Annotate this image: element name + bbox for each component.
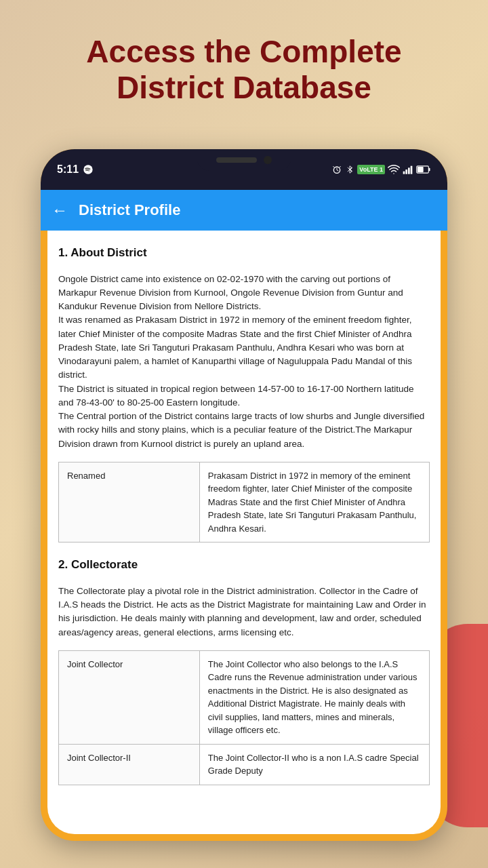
notch — [197, 149, 291, 171]
back-button[interactable]: ← — [52, 201, 68, 220]
phone-frame: 5:11 VoLTE 1 ← District Profile 1. About… — [41, 149, 447, 841]
bluetooth-icon — [345, 165, 354, 174]
spotify-icon — [83, 164, 94, 175]
svg-rect-4 — [408, 167, 410, 174]
about-table: Renamed Prakasam District in 1972 in mem… — [58, 462, 430, 543]
table-row: Renamed Prakasam District in 1972 in mem… — [59, 462, 430, 542]
time: 5:11 — [57, 163, 79, 176]
wifi-icon — [388, 164, 400, 175]
section-collectorate: 2. Collectorate The Collectorate play a … — [58, 556, 430, 785]
battery-icon — [416, 165, 431, 174]
collectorate-table: Joint Collector The Joint Collector who … — [58, 650, 430, 785]
table-cell-label: Joint Collector — [59, 650, 200, 744]
screen-content[interactable]: 1. About District Ongole District came i… — [47, 231, 441, 834]
status-right: VoLTE 1 — [331, 164, 431, 175]
section-about-heading: 1. About District — [58, 244, 430, 262]
status-bar: 5:11 VoLTE 1 — [41, 149, 447, 190]
table-cell-value: The Joint Collector who also belongs to … — [199, 650, 429, 744]
app-header: ← District Profile — [41, 190, 447, 231]
svg-rect-7 — [428, 168, 430, 171]
header-title: District Profile — [79, 201, 180, 219]
section-collectorate-heading: 2. Collectorate — [58, 556, 430, 574]
camera — [264, 156, 272, 164]
svg-rect-2 — [403, 172, 405, 174]
table-row: Joint Collector The Joint Collector who … — [59, 650, 430, 744]
svg-rect-5 — [411, 166, 413, 174]
table-cell-label: Renamed — [59, 462, 200, 542]
table-cell-value: The Joint Collector-II who is a non I.A.… — [199, 744, 429, 785]
page-title-area: Access the Complete District Database — [0, 34, 488, 106]
status-left: 5:11 — [57, 163, 94, 176]
section-about-body: Ongole District came into existence on 0… — [58, 273, 430, 451]
speaker — [216, 157, 257, 163]
signal-icon — [403, 164, 413, 175]
svg-rect-3 — [405, 170, 407, 174]
table-row: Joint Collector-II The Joint Collector-I… — [59, 744, 430, 785]
phone-screen: 1. About District Ongole District came i… — [47, 231, 441, 834]
volte-badge: VoLTE 1 — [357, 165, 385, 174]
section-about: 1. About District Ongole District came i… — [58, 244, 430, 542]
alarm-icon — [331, 164, 342, 175]
svg-rect-8 — [418, 167, 424, 172]
page-title: Access the Complete District Database — [0, 34, 488, 106]
section-collectorate-body: The Collectorate play a pivotal role in … — [58, 585, 430, 639]
table-cell-label: Joint Collector-II — [59, 744, 200, 785]
table-cell-value: Prakasam District in 1972 in memory of t… — [199, 462, 429, 542]
